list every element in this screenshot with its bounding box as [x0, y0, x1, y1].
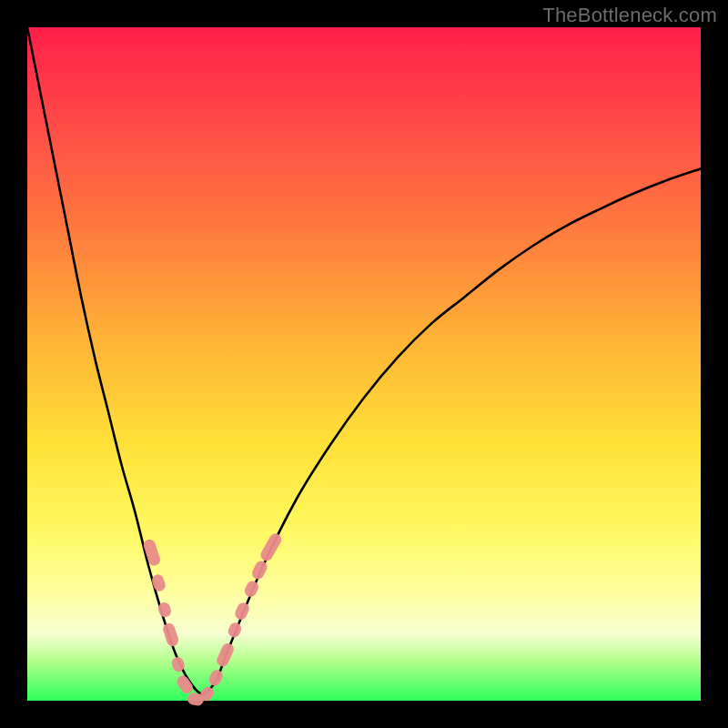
marker-pill	[175, 673, 196, 695]
watermark-text: TheBottleneck.com	[542, 4, 717, 27]
marker-pill	[258, 531, 284, 563]
marker-pill	[243, 579, 260, 599]
marker-pill	[207, 668, 225, 688]
plot-area	[27, 27, 701, 701]
marker-pill	[215, 642, 236, 669]
marker-pill	[150, 573, 167, 593]
chart-svg	[27, 27, 701, 701]
marker-pill	[250, 559, 269, 581]
marker-pill	[227, 621, 243, 639]
outer-frame: TheBottleneck.com	[0, 0, 728, 728]
bottleneck-curve	[27, 27, 701, 694]
marker-pill	[233, 601, 251, 622]
marker-pill	[161, 622, 179, 648]
